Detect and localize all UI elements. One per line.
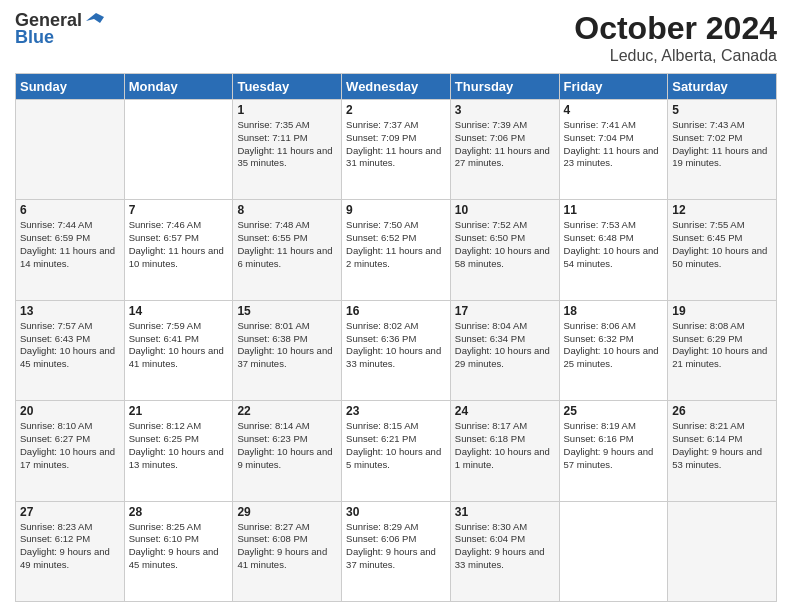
logo-bird-icon xyxy=(86,11,108,31)
day-number: 17 xyxy=(455,304,555,318)
logo: General Blue xyxy=(15,10,108,48)
day-number: 26 xyxy=(672,404,772,418)
calendar-cell: 11Sunrise: 7:53 AM Sunset: 6:48 PM Dayli… xyxy=(559,200,668,300)
day-number: 10 xyxy=(455,203,555,217)
day-number: 3 xyxy=(455,103,555,117)
calendar-header-row: Sunday Monday Tuesday Wednesday Thursday… xyxy=(16,74,777,100)
day-info: Sunrise: 7:44 AM Sunset: 6:59 PM Dayligh… xyxy=(20,219,120,270)
day-number: 1 xyxy=(237,103,337,117)
day-number: 13 xyxy=(20,304,120,318)
day-info: Sunrise: 7:50 AM Sunset: 6:52 PM Dayligh… xyxy=(346,219,446,270)
calendar-cell: 29Sunrise: 8:27 AM Sunset: 6:08 PM Dayli… xyxy=(233,501,342,601)
calendar-cell: 12Sunrise: 7:55 AM Sunset: 6:45 PM Dayli… xyxy=(668,200,777,300)
col-sunday: Sunday xyxy=(16,74,125,100)
day-info: Sunrise: 8:14 AM Sunset: 6:23 PM Dayligh… xyxy=(237,420,337,471)
day-number: 19 xyxy=(672,304,772,318)
calendar-cell: 16Sunrise: 8:02 AM Sunset: 6:36 PM Dayli… xyxy=(342,300,451,400)
title-block: October 2024 Leduc, Alberta, Canada xyxy=(574,10,777,65)
day-info: Sunrise: 7:43 AM Sunset: 7:02 PM Dayligh… xyxy=(672,119,772,170)
page: General Blue October 2024 Leduc, Alberta… xyxy=(0,0,792,612)
calendar-cell: 1Sunrise: 7:35 AM Sunset: 7:11 PM Daylig… xyxy=(233,100,342,200)
calendar-table: Sunday Monday Tuesday Wednesday Thursday… xyxy=(15,73,777,602)
logo-blue-text: Blue xyxy=(15,27,54,48)
day-info: Sunrise: 8:01 AM Sunset: 6:38 PM Dayligh… xyxy=(237,320,337,371)
col-saturday: Saturday xyxy=(668,74,777,100)
calendar-cell: 5Sunrise: 7:43 AM Sunset: 7:02 PM Daylig… xyxy=(668,100,777,200)
calendar-cell: 27Sunrise: 8:23 AM Sunset: 6:12 PM Dayli… xyxy=(16,501,125,601)
day-info: Sunrise: 7:37 AM Sunset: 7:09 PM Dayligh… xyxy=(346,119,446,170)
day-number: 5 xyxy=(672,103,772,117)
day-number: 16 xyxy=(346,304,446,318)
col-monday: Monday xyxy=(124,74,233,100)
calendar-cell: 2Sunrise: 7:37 AM Sunset: 7:09 PM Daylig… xyxy=(342,100,451,200)
calendar-week-0: 1Sunrise: 7:35 AM Sunset: 7:11 PM Daylig… xyxy=(16,100,777,200)
calendar-cell: 9Sunrise: 7:50 AM Sunset: 6:52 PM Daylig… xyxy=(342,200,451,300)
day-number: 29 xyxy=(237,505,337,519)
day-info: Sunrise: 8:10 AM Sunset: 6:27 PM Dayligh… xyxy=(20,420,120,471)
day-info: Sunrise: 7:41 AM Sunset: 7:04 PM Dayligh… xyxy=(564,119,664,170)
calendar-subtitle: Leduc, Alberta, Canada xyxy=(574,47,777,65)
day-number: 4 xyxy=(564,103,664,117)
col-tuesday: Tuesday xyxy=(233,74,342,100)
col-friday: Friday xyxy=(559,74,668,100)
calendar-cell xyxy=(559,501,668,601)
day-number: 31 xyxy=(455,505,555,519)
col-wednesday: Wednesday xyxy=(342,74,451,100)
day-info: Sunrise: 7:35 AM Sunset: 7:11 PM Dayligh… xyxy=(237,119,337,170)
day-number: 9 xyxy=(346,203,446,217)
calendar-cell: 10Sunrise: 7:52 AM Sunset: 6:50 PM Dayli… xyxy=(450,200,559,300)
day-number: 7 xyxy=(129,203,229,217)
calendar-cell: 26Sunrise: 8:21 AM Sunset: 6:14 PM Dayli… xyxy=(668,401,777,501)
calendar-cell: 28Sunrise: 8:25 AM Sunset: 6:10 PM Dayli… xyxy=(124,501,233,601)
day-number: 14 xyxy=(129,304,229,318)
calendar-cell: 15Sunrise: 8:01 AM Sunset: 6:38 PM Dayli… xyxy=(233,300,342,400)
calendar-cell: 31Sunrise: 8:30 AM Sunset: 6:04 PM Dayli… xyxy=(450,501,559,601)
calendar-cell: 8Sunrise: 7:48 AM Sunset: 6:55 PM Daylig… xyxy=(233,200,342,300)
day-info: Sunrise: 8:19 AM Sunset: 6:16 PM Dayligh… xyxy=(564,420,664,471)
calendar-cell: 19Sunrise: 8:08 AM Sunset: 6:29 PM Dayli… xyxy=(668,300,777,400)
calendar-cell: 14Sunrise: 7:59 AM Sunset: 6:41 PM Dayli… xyxy=(124,300,233,400)
day-number: 20 xyxy=(20,404,120,418)
day-info: Sunrise: 7:53 AM Sunset: 6:48 PM Dayligh… xyxy=(564,219,664,270)
day-info: Sunrise: 8:29 AM Sunset: 6:06 PM Dayligh… xyxy=(346,521,446,572)
calendar-cell: 20Sunrise: 8:10 AM Sunset: 6:27 PM Dayli… xyxy=(16,401,125,501)
calendar-cell: 3Sunrise: 7:39 AM Sunset: 7:06 PM Daylig… xyxy=(450,100,559,200)
calendar-cell: 25Sunrise: 8:19 AM Sunset: 6:16 PM Dayli… xyxy=(559,401,668,501)
header: General Blue October 2024 Leduc, Alberta… xyxy=(15,10,777,65)
day-number: 25 xyxy=(564,404,664,418)
day-number: 30 xyxy=(346,505,446,519)
svg-marker-0 xyxy=(86,11,108,23)
calendar-cell: 13Sunrise: 7:57 AM Sunset: 6:43 PM Dayli… xyxy=(16,300,125,400)
day-info: Sunrise: 8:08 AM Sunset: 6:29 PM Dayligh… xyxy=(672,320,772,371)
day-info: Sunrise: 8:25 AM Sunset: 6:10 PM Dayligh… xyxy=(129,521,229,572)
calendar-cell xyxy=(16,100,125,200)
calendar-cell xyxy=(124,100,233,200)
day-number: 11 xyxy=(564,203,664,217)
day-info: Sunrise: 8:04 AM Sunset: 6:34 PM Dayligh… xyxy=(455,320,555,371)
day-info: Sunrise: 8:27 AM Sunset: 6:08 PM Dayligh… xyxy=(237,521,337,572)
calendar-week-2: 13Sunrise: 7:57 AM Sunset: 6:43 PM Dayli… xyxy=(16,300,777,400)
calendar-cell: 24Sunrise: 8:17 AM Sunset: 6:18 PM Dayli… xyxy=(450,401,559,501)
day-info: Sunrise: 7:46 AM Sunset: 6:57 PM Dayligh… xyxy=(129,219,229,270)
day-info: Sunrise: 8:30 AM Sunset: 6:04 PM Dayligh… xyxy=(455,521,555,572)
day-info: Sunrise: 8:15 AM Sunset: 6:21 PM Dayligh… xyxy=(346,420,446,471)
calendar-cell: 4Sunrise: 7:41 AM Sunset: 7:04 PM Daylig… xyxy=(559,100,668,200)
day-number: 23 xyxy=(346,404,446,418)
day-info: Sunrise: 7:52 AM Sunset: 6:50 PM Dayligh… xyxy=(455,219,555,270)
calendar-week-4: 27Sunrise: 8:23 AM Sunset: 6:12 PM Dayli… xyxy=(16,501,777,601)
calendar-body: 1Sunrise: 7:35 AM Sunset: 7:11 PM Daylig… xyxy=(16,100,777,602)
calendar-title: October 2024 xyxy=(574,10,777,47)
day-number: 6 xyxy=(20,203,120,217)
calendar-cell: 6Sunrise: 7:44 AM Sunset: 6:59 PM Daylig… xyxy=(16,200,125,300)
day-number: 24 xyxy=(455,404,555,418)
calendar-cell: 7Sunrise: 7:46 AM Sunset: 6:57 PM Daylig… xyxy=(124,200,233,300)
calendar-cell: 23Sunrise: 8:15 AM Sunset: 6:21 PM Dayli… xyxy=(342,401,451,501)
day-info: Sunrise: 7:57 AM Sunset: 6:43 PM Dayligh… xyxy=(20,320,120,371)
calendar-week-3: 20Sunrise: 8:10 AM Sunset: 6:27 PM Dayli… xyxy=(16,401,777,501)
day-number: 2 xyxy=(346,103,446,117)
calendar-cell: 18Sunrise: 8:06 AM Sunset: 6:32 PM Dayli… xyxy=(559,300,668,400)
day-info: Sunrise: 8:21 AM Sunset: 6:14 PM Dayligh… xyxy=(672,420,772,471)
calendar-cell: 22Sunrise: 8:14 AM Sunset: 6:23 PM Dayli… xyxy=(233,401,342,501)
day-number: 12 xyxy=(672,203,772,217)
day-number: 18 xyxy=(564,304,664,318)
